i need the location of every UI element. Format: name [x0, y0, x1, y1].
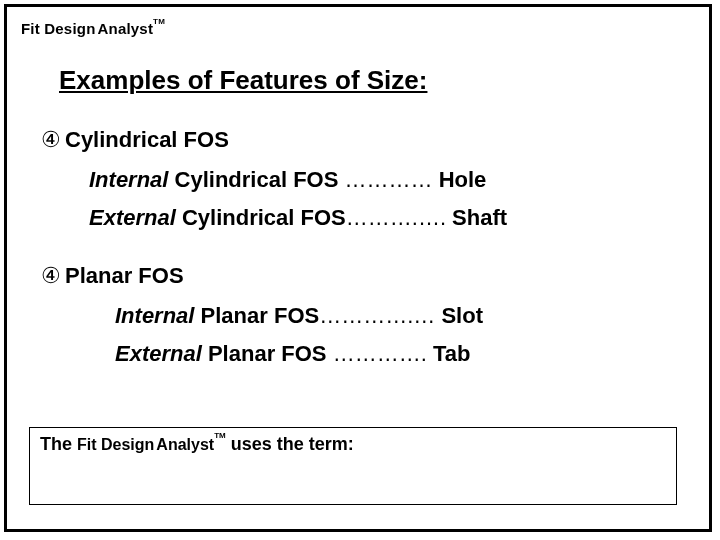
footer-pre: The	[40, 434, 77, 454]
item-term: Slot	[441, 303, 483, 328]
item-rest: Planar FOS	[202, 341, 327, 366]
footer-brand1: Fit Design	[77, 436, 154, 453]
list-item: External Planar FOS …………. Tab	[41, 337, 675, 371]
item-rest: Cylindrical FOS	[168, 167, 338, 192]
trademark-icon: TM	[153, 17, 165, 26]
brand-part2: Analyst	[98, 20, 154, 37]
heading-text: Cylindrical FOS	[65, 127, 229, 152]
item-emph: External	[89, 205, 176, 230]
section-heading: ④Cylindrical FOS	[41, 123, 675, 157]
leader-dots: ………….…	[319, 303, 441, 328]
section-heading: ④Planar FOS	[41, 259, 675, 293]
item-emph: Internal	[89, 167, 168, 192]
item-emph: Internal	[115, 303, 194, 328]
brand-logo: Fit DesignAnalystTM	[21, 21, 165, 36]
bullet-icon: ④	[41, 259, 65, 293]
list-item: Internal Cylindrical FOS ………… Hole	[41, 163, 675, 197]
footer-post: uses the term:	[226, 434, 354, 454]
item-emph: External	[115, 341, 202, 366]
leader-dots: ……….….	[346, 205, 452, 230]
footer-box: The Fit DesignAnalystTM uses the term:	[29, 427, 677, 505]
slide-frame: Fit DesignAnalystTM Examples of Features…	[4, 4, 712, 532]
list-item: Internal Planar FOS………….… Slot	[41, 299, 675, 333]
item-rest: Planar FOS	[194, 303, 319, 328]
item-term: Hole	[439, 167, 487, 192]
leader-dots: ………….	[327, 341, 433, 366]
spacer	[41, 239, 675, 253]
item-term: Shaft	[452, 205, 507, 230]
heading-text: Planar FOS	[65, 263, 184, 288]
footer-brand2: Analyst	[156, 436, 214, 453]
leader-dots: …………	[338, 167, 438, 192]
page-title: Examples of Features of Size:	[59, 65, 427, 96]
item-rest: Cylindrical FOS	[176, 205, 346, 230]
bullet-icon: ④	[41, 123, 65, 157]
content-area: ④Cylindrical FOS Internal Cylindrical FO…	[41, 117, 675, 376]
trademark-icon: TM	[214, 431, 226, 440]
item-term: Tab	[433, 341, 470, 366]
list-item: External Cylindrical FOS……….…. Shaft	[41, 201, 675, 235]
brand-part1: Fit Design	[21, 20, 96, 37]
